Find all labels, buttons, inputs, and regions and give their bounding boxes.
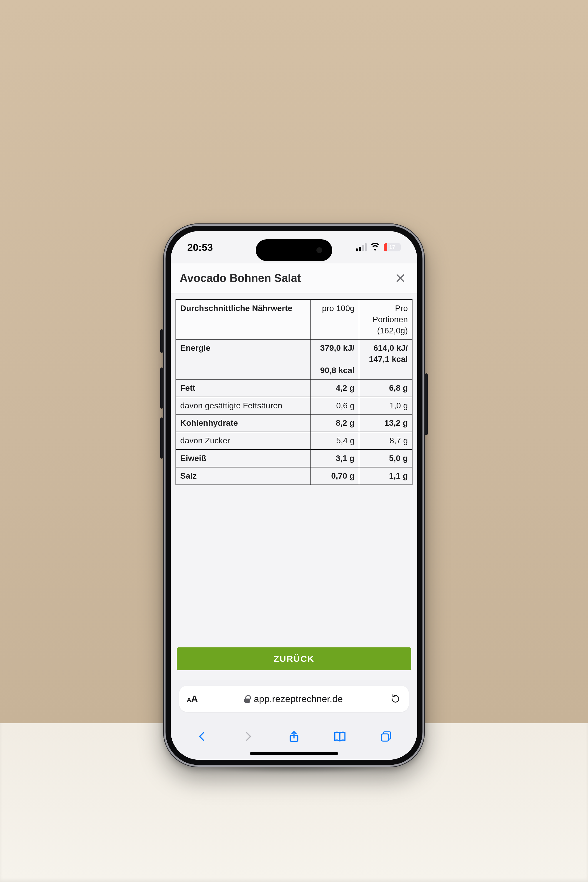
row-label: Salz — [176, 467, 311, 485]
close-button[interactable] — [393, 270, 408, 286]
nav-forward-button[interactable] — [238, 726, 258, 747]
home-indicator[interactable] — [250, 752, 338, 755]
phone-screen: 20:53 17 Avocado Bohnen — [171, 231, 417, 760]
url-text: app.rezeptrechner.de — [254, 693, 342, 704]
row-label: Kohlenhydrate — [176, 414, 311, 432]
phone-volume-up — [160, 368, 163, 409]
row-value-portion: 13,2 g — [359, 414, 412, 432]
row-value-100g: 8,2 g — [311, 414, 359, 432]
row-label: Eiweiß — [176, 450, 311, 467]
signal-icon — [356, 243, 367, 251]
tabs-button[interactable] — [376, 726, 396, 747]
table-row: davon Zucker5,4 g8,7 g — [176, 432, 412, 450]
safari-chrome: AA app.rezeptrechner.de — [171, 680, 417, 760]
row-value-portion: 1,0 g — [359, 397, 412, 414]
table-row: Energie379,0 kJ/ 90,8 kcal614,0 kJ/ 147,… — [176, 339, 412, 379]
header-per-100g: pro 100g — [311, 300, 359, 339]
battery-icon: 17 — [384, 243, 401, 251]
close-icon — [395, 273, 405, 283]
table-row: Eiweiß3,1 g5,0 g — [176, 450, 412, 467]
battery-percent: 17 — [384, 243, 401, 251]
chevron-left-icon — [196, 731, 208, 742]
header-label: Durchschnittliche Nährwerte — [176, 300, 311, 339]
back-button[interactable]: ZURÜCK — [177, 647, 411, 670]
page-title: Avocado Bohnen Salat — [180, 272, 301, 285]
header-per-portion: Pro Portionen (162,0g) — [359, 300, 412, 339]
chevron-right-icon — [243, 731, 254, 742]
share-icon — [288, 730, 300, 743]
web-app: Avocado Bohnen Salat Durchschnittliche N… — [171, 263, 417, 680]
wifi-icon — [371, 244, 380, 250]
nutrition-table-body: Energie379,0 kJ/ 90,8 kcal614,0 kJ/ 147,… — [176, 339, 412, 484]
row-value-100g: 0,70 g — [311, 467, 359, 485]
app-header: Avocado Bohnen Salat — [171, 263, 417, 293]
svg-rect-1 — [381, 734, 388, 741]
row-value-100g: 379,0 kJ/ 90,8 kcal — [311, 339, 359, 379]
row-label: Fett — [176, 379, 311, 397]
status-time: 20:53 — [187, 242, 213, 253]
book-icon — [333, 730, 346, 743]
bookmarks-button[interactable] — [330, 726, 350, 747]
row-value-100g: 5,4 g — [311, 432, 359, 450]
lock-icon — [244, 695, 250, 703]
table-row: Kohlenhydrate8,2 g13,2 g — [176, 414, 412, 432]
row-label: davon gesättigte Fettsäuren — [176, 397, 311, 414]
text-size-button[interactable]: AA — [187, 693, 198, 704]
row-value-portion: 6,8 g — [359, 379, 412, 397]
nav-back-button[interactable] — [192, 726, 212, 747]
row-label: davon Zucker — [176, 432, 311, 450]
reload-icon — [390, 694, 400, 704]
url-display[interactable]: app.rezeptrechner.de — [202, 693, 386, 704]
table-header-row: Durchschnittliche Nährwerte pro 100g Pro… — [176, 300, 412, 339]
nutrition-table: Durchschnittliche Nährwerte pro 100g Pro… — [176, 299, 412, 485]
row-value-portion: 5,0 g — [359, 450, 412, 467]
phone-mute-switch — [160, 329, 163, 353]
phone-power-button — [425, 374, 428, 435]
phone-volume-down — [160, 417, 163, 459]
table-row: Salz0,70 g1,1 g — [176, 467, 412, 485]
table-row: Fett4,2 g6,8 g — [176, 379, 412, 397]
url-bar[interactable]: AA app.rezeptrechner.de — [179, 686, 409, 712]
share-button[interactable] — [284, 726, 304, 747]
row-value-portion: 1,1 g — [359, 467, 412, 485]
status-bar: 20:53 17 — [171, 231, 417, 263]
row-value-100g: 3,1 g — [311, 450, 359, 467]
table-row: davon gesättigte Fettsäuren0,6 g1,0 g — [176, 397, 412, 414]
row-value-100g: 0,6 g — [311, 397, 359, 414]
row-value-portion: 8,7 g — [359, 432, 412, 450]
tabs-icon — [380, 730, 392, 742]
reload-button[interactable] — [390, 693, 401, 705]
row-value-portion: 614,0 kJ/ 147,1 kcal — [359, 339, 412, 379]
row-label: Energie — [176, 339, 311, 379]
phone-mockup: 20:53 17 Avocado Bohnen — [163, 224, 425, 767]
row-value-100g: 4,2 g — [311, 379, 359, 397]
